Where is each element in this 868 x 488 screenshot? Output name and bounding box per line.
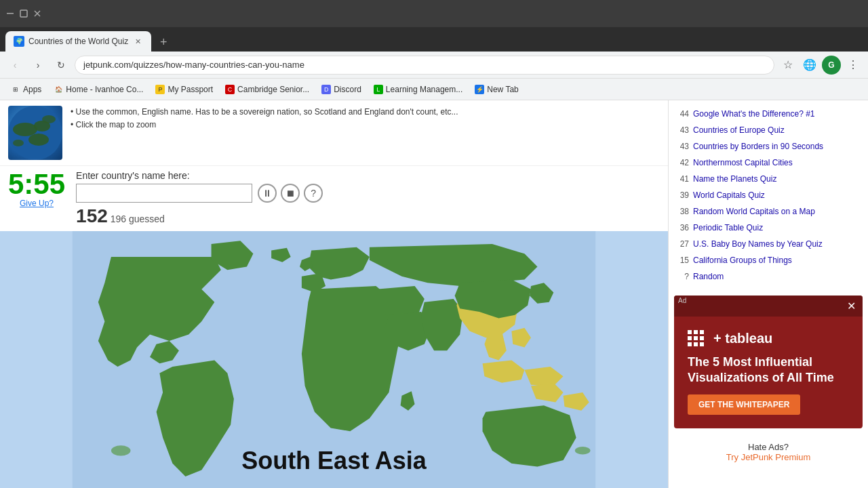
svg-rect-1 <box>20 10 27 17</box>
sidebar-num: 43 <box>675 140 689 152</box>
timer-display: 5:55 <box>8 170 65 199</box>
passport-icon: P <box>155 85 165 94</box>
cambridge-icon: C <box>225 85 235 94</box>
ad-close-button[interactable]: ✕ <box>847 300 856 312</box>
list-item: 27 U.S. Baby Boy Names by Year Quiz <box>669 236 868 252</box>
bookmark-newtab-label: New Tab <box>487 85 518 94</box>
bookmark-cambridge[interactable]: C Cambridge Senior... <box>220 82 315 97</box>
svg-point-9 <box>42 115 56 123</box>
world-map <box>0 231 668 488</box>
jetpunk-premium-link[interactable]: Try JetPunk Premium <box>726 452 811 462</box>
tab-title: Countries of the World Quiz <box>28 37 128 46</box>
timer-section: 5:55 Give Up? <box>8 170 65 208</box>
url-text: jetpunk.com/quizzes/how-many-countries-c… <box>83 60 766 70</box>
bookmark-cambridge-label: Cambridge Senior... <box>237 85 309 94</box>
menu-icon[interactable]: ⋮ <box>844 56 863 75</box>
control-buttons: ⏸ ⏹ ? <box>258 184 323 203</box>
sidebar-num: 15 <box>675 254 689 266</box>
home-icon: 🏠 <box>54 85 63 94</box>
ad-header: Ad ✕ <box>674 296 863 317</box>
bookmark-discord[interactable]: D Discord <box>316 82 367 97</box>
tab-close-button[interactable]: ✕ <box>132 36 143 47</box>
list-item: 44 Google What's the Difference? #1 <box>669 106 868 122</box>
list-item: 41 Name the Planets Quiz <box>669 171 868 187</box>
bookmark-passport[interactable]: P My Passport <box>150 82 218 97</box>
profile-icon[interactable]: G <box>822 56 841 75</box>
sidebar-link[interactable]: U.S. Baby Boy Names by Year Quiz <box>693 238 823 250</box>
sidebar-link[interactable]: World Capitals Quiz <box>693 189 765 201</box>
sidebar-num: 38 <box>675 205 689 218</box>
sidebar-num: 39 <box>675 189 689 201</box>
hate-ads-text: Hate Ads? <box>748 442 789 452</box>
ad-logo: + tableau <box>688 330 772 346</box>
ad-cta-button[interactable]: GET THE WHITEPAPER <box>688 394 800 415</box>
sidebar-link[interactable]: Random <box>693 270 724 283</box>
score-guessed: 196 guessed <box>111 214 165 224</box>
translate-icon[interactable]: 🌐 <box>800 56 819 75</box>
list-item: 42 Northernmost Capital Cities <box>669 155 868 171</box>
sidebar-link[interactable]: Periodic Table Quiz <box>693 222 763 234</box>
stop-button[interactable]: ⏹ <box>281 184 300 203</box>
newtab-icon: ⚡ <box>475 85 484 94</box>
pause-button[interactable]: ⏸ <box>258 184 277 203</box>
toolbar-right: ☆ 🌐 G ⋮ <box>778 56 863 75</box>
bookmark-passport-label: My Passport <box>167 85 213 94</box>
svg-point-7 <box>28 134 49 146</box>
bookmark-lms-label: Learning Managem... <box>386 85 462 94</box>
active-tab[interactable]: 🌍 Countries of the World Quiz ✕ <box>5 31 151 52</box>
close-button[interactable] <box>33 9 42 18</box>
svg-point-5 <box>13 123 37 136</box>
svg-point-11 <box>575 447 591 454</box>
sidebar-num: 41 <box>675 173 689 185</box>
country-input[interactable] <box>76 184 252 203</box>
refresh-button[interactable]: ↻ <box>52 56 71 75</box>
maximize-button[interactable] <box>19 9 28 18</box>
discord-icon: D <box>321 85 331 94</box>
sidebar-num: 27 <box>675 238 689 250</box>
back-button[interactable]: ‹ <box>5 56 24 75</box>
quiz-info: Use the common, English name. Has to be … <box>0 100 668 166</box>
tab-bar: 🌍 Countries of the World Quiz ✕ + <box>0 27 868 52</box>
list-item: 43 Countries by Borders in 90 Seconds <box>669 138 868 155</box>
sidebar-link[interactable]: Google What's the Difference? #1 <box>693 108 815 120</box>
input-label: Enter country's name here: <box>76 170 660 181</box>
rule-2: Click the map to zoom <box>71 119 458 131</box>
list-item: 43 Countries of Europe Quiz <box>669 122 868 138</box>
bookmark-newtab[interactable]: ⚡ New Tab <box>469 82 524 97</box>
svg-point-8 <box>13 140 24 146</box>
address-bar[interactable]: jetpunk.com/quizzes/how-many-countries-c… <box>75 56 774 75</box>
bookmark-home[interactable]: 🏠 Home - Ivanhoe Co... <box>48 82 149 97</box>
window-controls[interactable] <box>5 9 42 18</box>
list-item: 36 Periodic Table Quiz <box>669 220 868 236</box>
quiz-rules: Use the common, English name. Has to be … <box>71 106 458 131</box>
tableau-logo-icon <box>688 330 708 346</box>
help-button[interactable]: ? <box>304 184 323 203</box>
sidebar-link[interactable]: California Groups of Things <box>693 254 792 266</box>
sidebar-link[interactable]: Countries by Borders in 90 Seconds <box>693 140 823 152</box>
bookmark-star-icon[interactable]: ☆ <box>778 56 797 75</box>
main-content: Use the common, English name. Has to be … <box>0 100 668 488</box>
bookmarks-bar: ⊞ Apps 🏠 Home - Ivanhoe Co... P My Passp… <box>0 79 868 100</box>
svg-rect-0 <box>7 13 14 14</box>
give-up-button[interactable]: Give Up? <box>20 199 54 208</box>
sidebar-link[interactable]: Random World Capitals on a Map <box>693 205 815 218</box>
page-content: Use the common, English name. Has to be … <box>0 100 868 488</box>
bookmark-apps[interactable]: ⊞ Apps <box>5 82 47 97</box>
sidebar-link[interactable]: Countries of Europe Quiz <box>693 124 785 136</box>
hate-ads-section: Hate Ads? Try JetPunk Premium <box>669 434 868 470</box>
minimize-button[interactable] <box>5 9 15 18</box>
map-container[interactable]: South East Asia <box>0 231 668 488</box>
ad-inner: + tableau The 5 Most Influential Visuali… <box>674 317 863 428</box>
sidebar-num: 44 <box>675 108 689 120</box>
score-row: 152 196 guessed <box>76 205 660 227</box>
lms-icon: L <box>374 85 383 94</box>
sidebar-list: 44 Google What's the Difference? #1 43 C… <box>669 100 868 290</box>
sidebar-link[interactable]: Northernmost Capital Cities <box>693 157 793 169</box>
sidebar-link[interactable]: Name the Planets Quiz <box>693 173 776 185</box>
input-section: Enter country's name here: ⏸ ⏹ ? 152 196… <box>76 170 660 227</box>
bookmark-lms[interactable]: L Learning Managem... <box>368 82 468 97</box>
bookmark-discord-label: Discord <box>334 85 361 94</box>
new-tab-button[interactable]: + <box>154 33 173 52</box>
forward-button[interactable]: › <box>28 56 47 75</box>
list-item: 39 World Capitals Quiz <box>669 187 868 203</box>
